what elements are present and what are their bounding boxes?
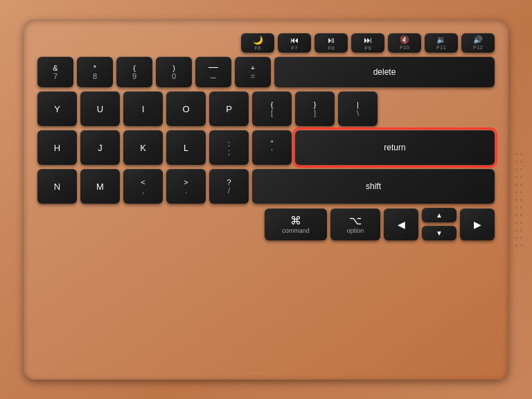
key-n[interactable]: N bbox=[37, 169, 77, 204]
key-quote[interactable]: " ' bbox=[252, 130, 292, 165]
key-f9[interactable]: ⏭ F9 bbox=[351, 33, 384, 53]
speaker-grille bbox=[511, 89, 526, 310]
key-comma[interactable]: < , bbox=[123, 169, 163, 204]
arrow-up-down: ▲ ▼ bbox=[422, 208, 456, 240]
key-l[interactable]: L bbox=[166, 130, 206, 165]
key-semicolon[interactable]: : ; bbox=[209, 130, 249, 165]
key-8[interactable]: * 8 bbox=[77, 57, 113, 87]
key-i[interactable]: I bbox=[123, 91, 163, 126]
key-7[interactable]: & 7 bbox=[37, 57, 73, 87]
key-f7[interactable]: ⏮ F7 bbox=[278, 33, 311, 53]
key-u[interactable]: U bbox=[80, 91, 120, 126]
key-return[interactable]: return bbox=[295, 130, 495, 165]
laptop-body: 🌙 F6 ⏮ F7 ⏯ F8 ⏭ F9 🔇 F10 🔉 F11 bbox=[0, 0, 532, 399]
key-o[interactable]: O bbox=[166, 91, 206, 126]
key-f8[interactable]: ⏯ F8 bbox=[314, 33, 348, 53]
key-slash[interactable]: ? / bbox=[209, 169, 249, 204]
key-f6[interactable]: 🌙 F6 bbox=[241, 33, 274, 53]
key-rbracket[interactable]: } ] bbox=[295, 91, 335, 126]
home-row: H J K L : ; " ' return bbox=[37, 130, 495, 165]
key-delete[interactable]: delete bbox=[274, 57, 495, 87]
key-9[interactable]: ( 9 bbox=[116, 57, 152, 87]
key-equals[interactable]: + = bbox=[235, 57, 271, 87]
keyboard: 🌙 F6 ⏮ F7 ⏯ F8 ⏭ F9 🔇 F10 🔉 F11 bbox=[24, 19, 508, 380]
key-f10[interactable]: 🔇 F10 bbox=[388, 33, 421, 53]
qwerty-row: Y U I O P { [ } ] | \ bbox=[37, 91, 495, 126]
key-h[interactable]: H bbox=[37, 130, 77, 165]
key-p[interactable]: P bbox=[209, 91, 249, 126]
key-k[interactable]: K bbox=[123, 130, 163, 165]
key-option[interactable]: ⌥ option bbox=[330, 209, 380, 240]
key-period[interactable]: > . bbox=[166, 169, 206, 204]
key-minus[interactable]: — – bbox=[195, 57, 231, 87]
key-arrow-left[interactable]: ◀ bbox=[384, 209, 418, 240]
key-backslash[interactable]: | \ bbox=[338, 91, 378, 126]
shift-row: N M < , > . ? / shift bbox=[37, 169, 495, 204]
number-row: & 7 * 8 ( 9 ) 0 bbox=[37, 57, 495, 87]
key-f11[interactable]: 🔉 F11 bbox=[425, 33, 458, 53]
key-lbracket[interactable]: { [ bbox=[252, 91, 292, 126]
key-command[interactable]: ⌘ command bbox=[265, 209, 327, 240]
key-arrow-down[interactable]: ▼ bbox=[422, 226, 456, 240]
key-arrow-up[interactable]: ▲ bbox=[422, 208, 456, 222]
key-shift-right[interactable]: shift bbox=[252, 169, 495, 204]
bottom-row: ⌘ command ⌥ option ◀ ▲ ▼ ▶ bbox=[37, 208, 495, 240]
key-0[interactable]: ) 0 bbox=[156, 57, 192, 87]
key-f12[interactable]: 🔊 F12 bbox=[461, 33, 495, 53]
key-arrow-right[interactable]: ▶ bbox=[460, 209, 495, 240]
key-m[interactable]: M bbox=[80, 169, 120, 204]
key-y[interactable]: Y bbox=[37, 91, 77, 126]
fn-row: 🌙 F6 ⏮ F7 ⏯ F8 ⏭ F9 🔇 F10 🔉 F11 bbox=[37, 33, 495, 53]
key-j[interactable]: J bbox=[80, 130, 120, 165]
